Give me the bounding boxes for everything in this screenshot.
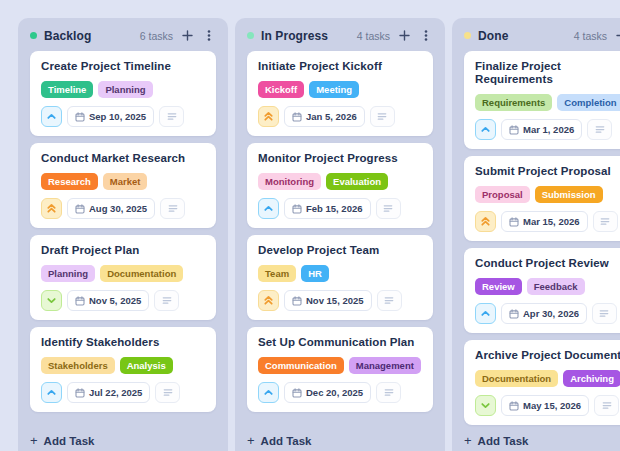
due-date-text: Apr 30, 2026 [523,308,579,319]
chevron-down-icon [480,400,491,411]
due-date-text: Jul 22, 2025 [89,387,142,398]
due-date-chip: May 15, 2026 [501,395,589,416]
card-tags: StakeholdersAnalysis [41,357,205,374]
description-indicator [592,303,617,324]
task-card[interactable]: Set Up Communication Plan CommunicationM… [247,327,433,412]
due-date-text: Jan 5, 2026 [306,111,357,122]
due-date-chip: Sep 10, 2025 [67,106,154,127]
notes-icon [384,296,394,305]
tag: Research [41,173,98,190]
chevron-up-icon [46,111,57,122]
due-date-text: Nov 5, 2025 [89,295,141,306]
calendar-icon [509,309,519,319]
card-title: Archive Project Documents [475,349,620,362]
card-meta: Mar 1, 2026 [475,119,620,140]
priority-badge [41,382,62,403]
tag: Stakeholders [41,357,115,374]
due-date-chip: Mar 1, 2026 [501,119,582,140]
chevrons-up-icon [263,295,274,306]
status-dot-icon [247,32,254,39]
card-meta: Mar 15, 2026 [475,211,620,232]
card-meta: May 15, 2026 [475,395,620,416]
chevron-down-icon [46,295,57,306]
add-task-label: Add Task [44,435,95,447]
description-indicator [377,290,402,311]
card-meta: Dec 20, 2025 [258,382,422,403]
card-title: Conduct Market Research [41,152,205,165]
card-title: Create Project Timeline [41,60,205,73]
task-card[interactable]: Submit Project Proposal ProposalSubmissi… [464,156,620,241]
task-card[interactable]: Conduct Market Research ResearchMarket A… [30,143,216,228]
card-tags: KickoffMeeting [258,81,422,98]
description-indicator [155,382,180,403]
card-title: Initiate Project Kickoff [258,60,422,73]
due-date-chip: Mar 15, 2026 [501,211,588,232]
due-date-chip: Dec 20, 2025 [284,382,371,403]
column-cards: Create Project Timeline TimelinePlanning… [18,51,228,412]
chevron-up-icon [263,387,274,398]
chevrons-up-icon [480,216,491,227]
card-title: Set Up Communication Plan [258,336,422,349]
task-card[interactable]: Identify Stakeholders StakeholdersAnalys… [30,327,216,412]
kebab-menu-icon [420,29,432,42]
column-cards: Initiate Project Kickoff KickoffMeeting … [235,51,445,412]
task-card[interactable]: Draft Project Plan PlanningDocumentation… [30,235,216,320]
tag: HR [301,265,329,282]
task-card[interactable]: Develop Project Team TeamHR Nov 15, 2025 [247,235,433,320]
priority-badge [475,211,496,232]
plus-icon: + [464,436,472,446]
add-card-button[interactable] [397,28,412,43]
column-cards: Finalize Project Requirements Requiremen… [452,51,620,425]
add-task-button[interactable]: + Add Task [18,425,228,451]
description-indicator [159,106,184,127]
card-title: Submit Project Proposal [475,165,620,178]
add-card-button[interactable] [614,28,620,43]
priority-badge [41,198,62,219]
chevron-up-icon [263,203,274,214]
task-card[interactable]: Archive Project Documents DocumentationA… [464,340,620,425]
column-menu-button[interactable] [202,28,216,43]
tag: Evaluation [326,173,388,190]
priority-badge [258,382,279,403]
task-card[interactable]: Initiate Project Kickoff KickoffMeeting … [247,51,433,136]
add-task-button[interactable]: + Add Task [235,425,445,451]
card-meta: Feb 15, 2026 [258,198,422,219]
due-date-text: Nov 15, 2025 [306,295,364,306]
kanban-column: In Progress 4 tasks Initiate Project Kic… [235,18,445,451]
chevron-up-icon [480,308,491,319]
notes-icon [599,309,609,318]
priority-badge [258,198,279,219]
calendar-icon [75,204,85,214]
calendar-icon [509,401,519,411]
plus-icon: + [30,436,38,446]
priority-badge [475,119,496,140]
card-tags: CommunicationManagement [258,357,422,374]
column-header: Backlog 6 tasks [18,18,228,51]
notes-icon [162,296,172,305]
card-tags: ResearchMarket [41,173,205,190]
column-menu-button[interactable] [419,28,433,43]
card-tags: TeamHR [258,265,422,282]
tag: Team [258,265,296,282]
card-meta: Nov 5, 2025 [41,290,205,311]
add-card-button[interactable] [180,28,195,43]
tag: Kickoff [258,81,304,98]
task-card[interactable]: Finalize Project Requirements Requiremen… [464,51,620,149]
add-task-button[interactable]: + Add Task [452,425,620,451]
description-indicator [594,395,619,416]
notes-icon [384,388,394,397]
tag: Analysis [120,357,173,374]
tag: Management [349,357,421,374]
card-tags: TimelinePlanning [41,81,205,98]
task-card[interactable]: Create Project Timeline TimelinePlanning… [30,51,216,136]
priority-badge [258,106,279,127]
task-card[interactable]: Conduct Project Review ReviewFeedback Ap… [464,248,620,333]
card-title: Identify Stakeholders [41,336,205,349]
description-indicator [587,119,612,140]
tag: Requirements [475,94,552,111]
task-card[interactable]: Monitor Project Progress MonitoringEvalu… [247,143,433,228]
notes-icon [600,217,610,226]
tag: Timeline [41,81,93,98]
tag: Planning [98,81,152,98]
tag: Feedback [527,278,585,295]
